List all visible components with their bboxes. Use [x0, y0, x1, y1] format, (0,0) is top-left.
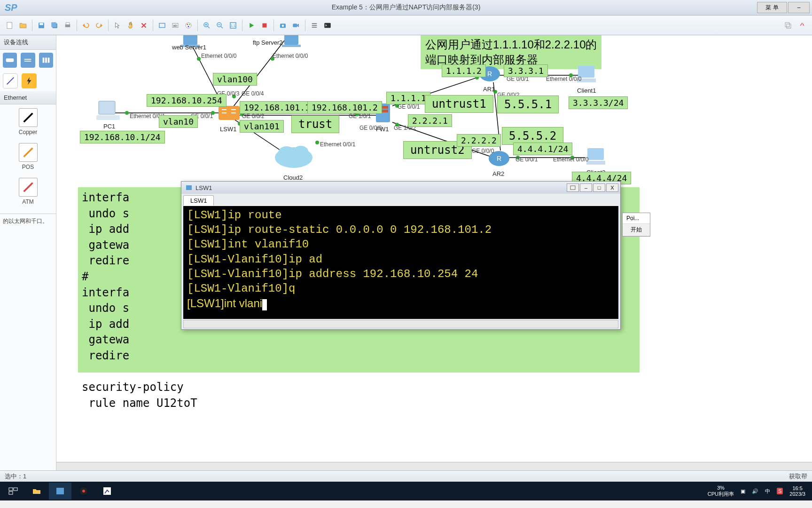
terminal-line: [LSW1-Vlanif10]ip ad	[187, 252, 615, 267]
terminal-icon[interactable]	[321, 19, 334, 32]
terminal-window[interactable]: LSW1 – □ X LSW1 [LSW1]ip route [LSW1]ip …	[181, 181, 621, 330]
minimize-button[interactable]: –	[788, 2, 810, 13]
ar1-down-label: 5.5.5.1	[497, 95, 559, 113]
web-server-label: web Server1	[172, 44, 206, 51]
tray-clock[interactable]: 16:52023/3	[789, 485, 805, 497]
svg-rect-61	[284, 35, 298, 45]
svg-rect-83	[14, 488, 17, 491]
client1-node[interactable]	[573, 64, 599, 87]
file-explorer-icon[interactable]	[25, 483, 48, 500]
device-icons-row1	[0, 50, 56, 71]
paint-app-icon[interactable]	[96, 483, 118, 500]
app-logo: SP	[0, 2, 22, 13]
huawei-logo-icon[interactable]	[796, 19, 808, 32]
pc1-node[interactable]	[94, 99, 122, 124]
switch-icon[interactable]	[21, 53, 35, 68]
terminal-close-button[interactable]: X	[606, 183, 618, 192]
title-bar: SP Example 5：公网用户通过NAPT访问内部服务器(3) 菜 单 –	[0, 0, 812, 16]
print-icon[interactable]	[62, 19, 74, 32]
terminal-body[interactable]: [LSW1]ip route [LSW1]ip route-static 0.0…	[183, 206, 618, 319]
zoom-out-icon[interactable]	[214, 19, 226, 32]
terminal-line: [LSW1]int vlani	[187, 296, 615, 311]
redo-icon[interactable]	[93, 19, 105, 32]
port-label: Ethernet 0/0/1	[320, 141, 355, 148]
undo-icon[interactable]	[80, 19, 92, 32]
delete-icon[interactable]	[138, 19, 150, 32]
ftp-server-node[interactable]	[280, 35, 303, 51]
svg-rect-88	[103, 487, 111, 495]
text-tool-icon[interactable]: ab	[169, 19, 181, 32]
terminal-titlebar[interactable]: LSW1 – □ X	[181, 182, 620, 194]
svg-rect-21	[293, 24, 297, 27]
tray-ime[interactable]: 中	[765, 488, 770, 495]
svg-rect-4	[51, 22, 56, 27]
client1-label: Client1	[577, 87, 596, 94]
zoom-in-icon[interactable]	[201, 19, 213, 32]
ar2-right-label: 4.4.4.1/24	[513, 143, 572, 155]
popup-start-button[interactable]: 开始	[623, 224, 650, 236]
terminal-cursor	[262, 299, 267, 310]
tray-network-icon[interactable]: ▣	[741, 488, 745, 494]
terminal-title: LSW1	[195, 184, 212, 191]
copper-tool[interactable]: Copper	[0, 104, 56, 139]
line-tool-icon[interactable]	[3, 73, 18, 88]
terminal-minimize-button[interactable]: –	[580, 183, 592, 192]
terminal-maximize-button[interactable]: □	[593, 183, 605, 192]
menu-button[interactable]: 菜 单	[757, 2, 787, 13]
svg-point-11	[187, 24, 188, 25]
ar1-label: AR1	[483, 86, 495, 93]
tray-sound-icon[interactable]: 🔊	[752, 488, 758, 494]
task-view-icon[interactable]	[2, 483, 24, 500]
client1-ip-label: 3.3.3.3/24	[569, 96, 628, 109]
list-icon[interactable]	[308, 19, 320, 32]
hand-icon[interactable]	[125, 19, 137, 32]
svg-rect-80	[186, 185, 192, 190]
router-icon[interactable]	[3, 53, 17, 68]
config-content: interfa undo s ip add gatewa redire # in…	[82, 190, 197, 411]
svg-text:R: R	[487, 70, 492, 78]
tray-sogou-icon[interactable]: S	[777, 488, 783, 494]
canvas-h-scrollbar[interactable]	[56, 462, 812, 470]
rect-tool-icon[interactable]	[156, 19, 168, 32]
open-icon[interactable]	[17, 19, 29, 32]
stop-icon[interactable]	[258, 19, 271, 32]
vlan100-label: vlan100	[213, 73, 257, 86]
panel-description: 的以太网和千口。	[0, 214, 56, 228]
pos-tool[interactable]: POS	[0, 139, 56, 174]
save-icon[interactable]	[35, 19, 47, 32]
terminal-tab[interactable]: LSW1	[183, 195, 214, 206]
svg-rect-84	[9, 492, 13, 494]
new-icon[interactable]	[4, 19, 16, 32]
terminal-restore-icon[interactable]	[567, 183, 579, 192]
device-icons-row2	[0, 71, 56, 91]
toolbar-separator	[305, 20, 305, 31]
zoom-fit-icon[interactable]: 1:1	[227, 19, 239, 32]
pc1-ip-label: 192.168.10.1/24	[80, 131, 165, 143]
flash-icon[interactable]	[22, 73, 37, 88]
ensp-app-icon[interactable]	[49, 483, 71, 500]
svg-point-41	[197, 57, 201, 61]
record-icon[interactable]	[290, 19, 302, 32]
main-toolbar: ab 1:1	[0, 16, 812, 35]
port-label: GE 0/0/1	[515, 156, 538, 163]
cascade-icon[interactable]	[782, 19, 794, 32]
hub-icon[interactable]	[39, 53, 53, 68]
svg-point-39	[125, 111, 129, 115]
atm-tool[interactable]: ATM	[0, 174, 56, 209]
topology-canvas[interactable]: 公网用户通过1.1.1.10和2.2.2.10的 端口映射到内部服务器	[56, 35, 812, 470]
pointer-icon[interactable]	[111, 19, 124, 32]
save-all-icon[interactable]	[48, 19, 61, 32]
main-area: 设备连线 Ethernet Copper POS ATM 的以太网和千口。 公网…	[0, 35, 812, 470]
cloud2-node[interactable]	[273, 141, 315, 171]
play-icon[interactable]	[245, 19, 258, 32]
cpu-usage: 3%CPU利用率	[708, 485, 734, 498]
svg-rect-25	[6, 58, 14, 62]
capture-icon[interactable]	[277, 19, 289, 32]
port-label: GE 0/0/4	[242, 90, 264, 97]
terminal-h-scrollbar[interactable]	[183, 320, 618, 328]
palette-icon[interactable]	[182, 19, 195, 32]
port-label: GE 0/0/0	[472, 148, 494, 154]
obs-app-icon[interactable]	[72, 483, 95, 500]
svg-point-79	[293, 146, 308, 157]
terminal-line: [LSW1-Vlanif10]ip address 192.168.10.254…	[187, 267, 615, 281]
